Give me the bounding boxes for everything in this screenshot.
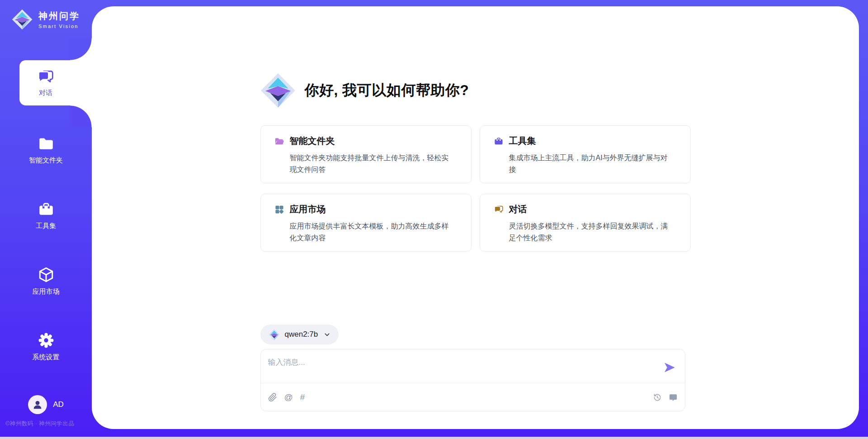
folder-icon [38,135,55,152]
app-grid-icon [274,205,284,215]
sidebar-item-app-market[interactable]: 应用市场 [0,266,92,296]
chat-icon [494,205,504,215]
brand-diamond-icon [260,73,296,108]
main-content: 你好, 我可以如何帮助你? 智能文件夹 智能文件夹功能支持批量文件上传与清洗，轻… [260,6,691,411]
active-tab-curve-top [70,38,92,60]
sidebar-item-settings[interactable]: 系统设置 [0,332,92,362]
card-toolset[interactable]: 工具集 集成市场上主流工具，助力AI与外界无缝扩展与对接 [480,125,691,183]
card-description: 灵活切换多模型文件，支持多样回复效果调试，满足个性化需求 [509,220,669,243]
card-title: 工具集 [509,135,536,147]
card-head: 工具集 [494,135,679,147]
mention-icon[interactable]: @ [284,393,293,401]
sidebar-item-chat[interactable]: 对话 [19,60,92,105]
sidebar-item-label: 系统设置 [33,353,60,362]
sidebar: 神州问学 Smart Vision 对话 智能文件夹 工具集 [0,0,92,439]
card-title: 智能文件夹 [290,135,335,147]
model-selector[interactable]: qwen2:7b [260,324,339,344]
feedback-bubble-icon[interactable] [669,393,678,402]
composer: @ # [260,349,685,411]
user-profile[interactable]: AD [0,395,92,414]
active-tab-curve-bottom [70,105,92,127]
sidebar-item-label: 工具集 [36,222,56,230]
sidebar-item-label: 智能文件夹 [29,156,63,165]
toolbox-icon [38,200,55,218]
card-head: 智能文件夹 [274,135,460,147]
bottom-edge-strip [0,437,868,439]
brand-text: 神州问学 Smart Vision [38,10,80,29]
gear-icon [38,332,55,349]
send-icon [663,361,676,374]
brand-diamond-icon [269,329,280,340]
attachment-icon[interactable] [268,393,277,402]
card-title: 应用市场 [290,203,326,215]
brand: 神州问学 Smart Vision [12,9,80,30]
person-icon [32,399,43,410]
sidebar-item-toolset[interactable]: 工具集 [0,200,92,230]
greeting-block: 你好, 我可以如何帮助你? [260,72,691,109]
message-input[interactable] [268,357,657,382]
chat-icon [37,68,54,86]
card-head: 应用市场 [274,203,460,215]
card-title: 对话 [509,203,527,215]
composer-toolbar: @ # [261,383,685,411]
footer-credit: ©神州数码 · 神州问学出品 [5,420,91,428]
topic-icon[interactable]: # [300,393,305,401]
card-description: 应用市场提供丰富长文本模板，助力高效生成多样化文章内容 [290,220,449,243]
user-name: AD [53,400,64,409]
brand-diamond-icon [12,9,33,30]
avatar [28,395,47,414]
toolbox-icon [494,136,504,146]
card-head: 对话 [494,203,679,215]
model-name: qwen2:7b [285,330,318,339]
card-description: 集成市场上主流工具，助力AI与外界无缝扩展与对接 [509,152,669,175]
sidebar-item-label: 应用市场 [33,287,60,296]
sidebar-item-label: 对话 [39,89,52,97]
card-chat[interactable]: 对话 灵活切换多模型文件，支持多样回复效果调试，满足个性化需求 [480,194,691,252]
history-icon[interactable] [653,393,662,402]
card-app-market[interactable]: 应用市场 应用市场提供丰富长文本模板，助力高效生成多样化文章内容 [260,194,472,252]
card-description: 智能文件夹功能支持批量文件上传与清洗，轻松实现文件问答 [290,152,449,175]
folder-open-icon [274,136,284,146]
sidebar-item-smart-folder[interactable]: 智能文件夹 [0,135,92,165]
cube-icon [38,266,55,283]
brand-subtitle: Smart Vision [38,24,80,29]
composer-toolbar-right [653,393,678,402]
feature-cards: 智能文件夹 智能文件夹功能支持批量文件上传与清洗，轻松实现文件问答 工具集 集成… [260,125,691,252]
chevron-down-icon [324,331,330,338]
main-panel: 你好, 我可以如何帮助你? 智能文件夹 智能文件夹功能支持批量文件上传与清洗，轻… [92,6,859,429]
card-smart-folder[interactable]: 智能文件夹 智能文件夹功能支持批量文件上传与清洗，轻松实现文件问答 [260,125,472,183]
greeting-title: 你好, 我可以如何帮助你? [305,81,469,100]
brand-name: 神州问学 [38,10,80,22]
send-button[interactable] [663,361,676,374]
